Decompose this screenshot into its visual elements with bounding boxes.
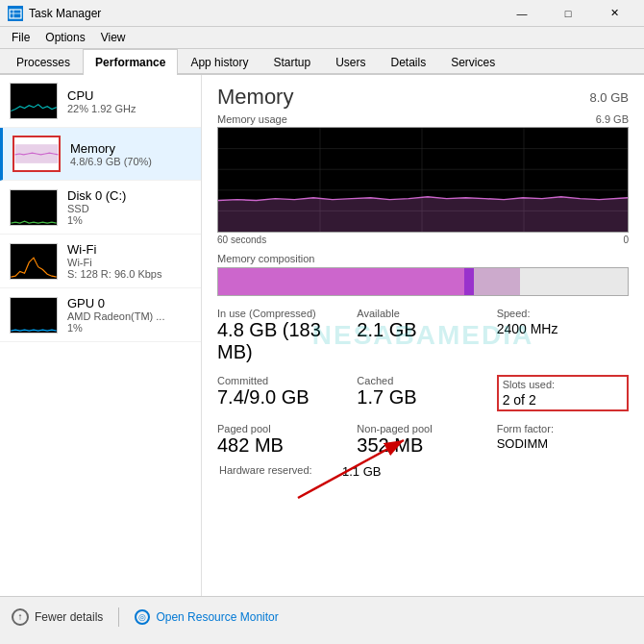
time-end: 0 — [623, 235, 629, 245]
speed-value: 2400 MHz — [497, 321, 629, 336]
stat-paged: Paged pool 482 MB — [217, 423, 349, 457]
menu-bar: File Options View — [0, 27, 644, 49]
sidebar-item-disk[interactable]: Disk 0 (C:) SSD 1% — [0, 181, 201, 235]
sidebar-item-cpu[interactable]: CPU 22% 1.92 GHz — [0, 75, 201, 128]
committed-value: 7.4/9.0 GB — [217, 386, 349, 409]
hw-value: 1.1 GB — [342, 464, 381, 479]
memory-info: Memory 4.8/6.9 GB (70%) — [70, 141, 152, 167]
committed-label: Committed — [217, 375, 349, 386]
stat-form: Form factor: SODIMM — [497, 423, 629, 457]
menu-options[interactable]: Options — [37, 29, 92, 46]
tab-bar: Processes Performance App history Startu… — [0, 49, 644, 75]
disk-info: Disk 0 (C:) SSD 1% — [67, 188, 126, 226]
paged-label: Paged pool — [217, 423, 349, 434]
composition-label: Memory composition — [217, 253, 629, 264]
gpu-name: GPU 0 — [67, 296, 164, 310]
svg-rect-0 — [10, 10, 21, 18]
fewer-details-label: Fewer details — [35, 610, 103, 624]
sidebar-item-wifi[interactable]: Wi-Fi Wi-Fi S: 128 R: 96.0 Kbps — [0, 235, 201, 288]
disk-sub1: SSD — [67, 203, 126, 214]
tab-app-history[interactable]: App history — [178, 49, 260, 75]
title-bar-controls: — □ ✕ — [500, 4, 636, 23]
paged-value: 482 MB — [217, 434, 349, 457]
cpu-sub: 22% 1.92 GHz — [67, 103, 136, 114]
menu-file[interactable]: File — [4, 29, 37, 46]
stat-cached: Cached 1.7 GB — [357, 375, 488, 411]
wifi-sub2: S: 128 R: 96.0 Kbps — [67, 268, 161, 280]
comp-modified — [464, 268, 475, 295]
tab-performance[interactable]: Performance — [83, 49, 178, 75]
nonpaged-value: 352 MB — [357, 434, 488, 457]
slots-label: Slots used: — [503, 379, 623, 390]
usage-graph-label: Memory usage 6.9 GB — [217, 113, 629, 125]
disk-name: Disk 0 (C:) — [67, 188, 126, 203]
panel-title: Memory — [217, 85, 293, 110]
minimize-button[interactable]: — — [500, 4, 544, 23]
memory-mini-graph — [12, 136, 61, 172]
wifi-sub1: Wi-Fi — [67, 257, 161, 268]
gpu-sub2: 1% — [67, 322, 164, 334]
memory-sub: 4.8/6.9 GB (70%) — [70, 156, 152, 167]
comp-standby — [474, 268, 520, 295]
stat-inuse: In use (Compressed) 4.8 GB (183 MB) — [217, 308, 349, 363]
tab-services[interactable]: Services — [438, 49, 508, 75]
window-title: Task Manager — [29, 7, 101, 20]
resource-monitor-icon: ◎ — [135, 609, 150, 625]
arrow-to-memory — [202, 133, 207, 190]
tab-startup[interactable]: Startup — [260, 49, 323, 75]
wifi-name: Wi-Fi — [67, 242, 161, 257]
memory-usage-graph — [217, 127, 629, 233]
sidebar-item-gpu[interactable]: GPU 0 AMD Radeon(TM) ... 1% — [0, 288, 201, 342]
close-button[interactable]: ✕ — [592, 4, 636, 23]
stat-speed: Speed: 2400 MHz — [497, 308, 629, 363]
fewer-details-icon: ↑ — [12, 608, 29, 626]
open-resource-monitor-button[interactable]: ◎ Open Resource Monitor — [135, 609, 278, 625]
available-value: 2.1 GB — [357, 319, 488, 341]
cached-label: Cached — [357, 375, 488, 386]
stat-nonpaged: Non-paged pool 352 MB — [357, 423, 488, 457]
graph-time-labels: 60 seconds 0 — [217, 235, 629, 245]
gpu-mini-graph — [10, 297, 58, 334]
bottom-bar: ↑ Fewer details ◎ Open Resource Monitor — [0, 596, 644, 636]
available-label: Available — [357, 308, 488, 319]
wifi-mini-graph — [10, 243, 58, 280]
stat-committed: Committed 7.4/9.0 GB — [217, 375, 349, 411]
speed-label: Speed: — [497, 308, 629, 319]
inuse-value: 4.8 GB (183 MB) — [217, 319, 349, 363]
memory-name: Memory — [70, 141, 152, 156]
inuse-label: In use (Compressed) — [217, 308, 349, 319]
usage-value: 6.9 GB — [596, 113, 629, 125]
cached-value: 1.7 GB — [357, 386, 488, 409]
stats-grid: In use (Compressed) 4.8 GB (183 MB) Avai… — [217, 308, 629, 457]
comp-inuse — [218, 268, 464, 295]
stat-slots: Slots used: 2 of 2 — [497, 375, 629, 411]
form-value: SODIMM — [497, 436, 629, 451]
maximize-button[interactable]: □ — [546, 4, 590, 23]
menu-view[interactable]: View — [93, 29, 134, 46]
title-bar-left: Task Manager — [8, 6, 101, 21]
cpu-info: CPU 22% 1.92 GHz — [67, 88, 136, 114]
main-content: CPU 22% 1.92 GHz Memory 4.8/6.9 GB (70%) — [0, 75, 644, 596]
cpu-name: CPU — [67, 88, 136, 103]
time-start: 60 seconds — [217, 235, 266, 245]
hw-label: Hardware reserved: — [219, 464, 334, 479]
sidebar-item-memory[interactable]: Memory 4.8/6.9 GB (70%) — [0, 128, 201, 181]
stat-available: Available 2.1 GB — [357, 308, 488, 363]
tab-details[interactable]: Details — [378, 49, 438, 75]
disk-mini-graph — [10, 189, 58, 226]
wifi-info: Wi-Fi Wi-Fi S: 128 R: 96.0 Kbps — [67, 242, 161, 280]
fewer-details-button[interactable]: ↑ Fewer details — [12, 608, 103, 626]
tab-processes[interactable]: Processes — [4, 49, 83, 75]
cpu-mini-graph — [10, 83, 58, 119]
nonpaged-label: Non-paged pool — [357, 423, 488, 434]
sidebar: CPU 22% 1.92 GHz Memory 4.8/6.9 GB (70%) — [0, 75, 202, 596]
app-icon — [8, 6, 23, 21]
gpu-sub1: AMD Radeon(TM) ... — [67, 310, 164, 322]
bottom-separator — [118, 607, 119, 627]
tab-users[interactable]: Users — [323, 49, 378, 75]
comp-free — [520, 268, 628, 295]
slots-value: 2 of 2 — [503, 392, 623, 408]
form-label: Form factor: — [497, 423, 629, 434]
usage-label: Memory usage — [217, 113, 287, 125]
panel-header: Memory 8.0 GB — [217, 85, 629, 110]
